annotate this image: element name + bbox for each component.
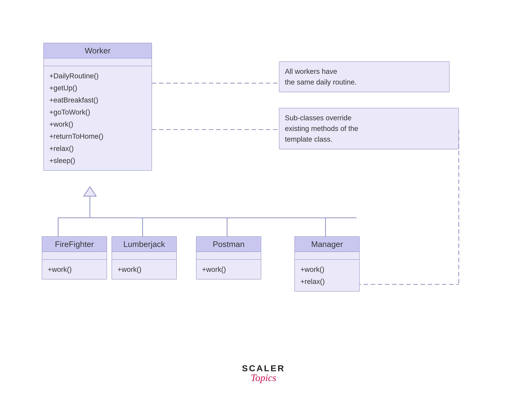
- scaler-logo: SCALER Topics: [242, 363, 285, 383]
- postman-empty-section: [196, 252, 261, 260]
- worker-method-3: +eatBreakfast(): [49, 94, 146, 106]
- worker-method-8: +sleep(): [49, 155, 146, 167]
- diagram-container: Worker +DailyRoutine() +getUp() +eatBrea…: [31, 24, 496, 396]
- note1-box: All workers havethe same daily routine.: [279, 62, 450, 92]
- manager-method-1: +work(): [300, 263, 354, 275]
- firefighter-empty-section: [42, 252, 107, 260]
- scaler-logo-top: SCALER: [242, 363, 285, 373]
- lumberjack-method-1: +work(): [118, 263, 171, 275]
- firefighter-class: FireFighter +work(): [42, 236, 107, 279]
- worker-method-5: +work(): [49, 118, 146, 130]
- firefighter-class-name: FireFighter: [55, 240, 94, 249]
- postman-methods: +work(): [196, 260, 261, 279]
- worker-method-7: +relax(): [49, 142, 146, 155]
- lumberjack-class-name: Lumberjack: [123, 240, 165, 249]
- worker-empty-section: [44, 58, 152, 66]
- manager-methods: +work() +relax(): [295, 260, 359, 291]
- worker-method-1: +DailyRoutine(): [49, 70, 146, 82]
- postman-method-1: +work(): [202, 263, 255, 275]
- note2-text: Sub-classes overrideexisting methods of …: [285, 114, 358, 143]
- worker-method-2: +getUp(): [49, 82, 146, 94]
- scaler-logo-bottom: Topics: [242, 372, 285, 383]
- lumberjack-methods: +work(): [112, 260, 176, 279]
- worker-methods: +DailyRoutine() +getUp() +eatBreakfast()…: [44, 66, 152, 170]
- note2-box: Sub-classes overrideexisting methods of …: [279, 108, 459, 149]
- lumberjack-class-header: Lumberjack: [112, 237, 176, 252]
- note1-text: All workers havethe same daily routine.: [285, 67, 357, 86]
- worker-class-header: Worker: [44, 43, 152, 58]
- manager-class-name: Manager: [311, 240, 343, 249]
- firefighter-class-header: FireFighter: [42, 237, 107, 252]
- postman-class-name: Postman: [213, 240, 244, 249]
- postman-class-header: Postman: [196, 237, 261, 252]
- firefighter-method-1: +work(): [48, 263, 101, 275]
- lumberjack-class: Lumberjack +work(): [112, 236, 177, 279]
- firefighter-methods: +work(): [42, 260, 107, 279]
- manager-empty-section: [295, 252, 359, 260]
- worker-method-6: +returnToHome(): [49, 130, 146, 142]
- lumberjack-empty-section: [112, 252, 176, 260]
- worker-class: Worker +DailyRoutine() +getUp() +eatBrea…: [44, 43, 152, 171]
- postman-class: Postman +work(): [196, 236, 261, 279]
- svg-marker-3: [84, 187, 96, 196]
- manager-method-2: +relax(): [300, 275, 354, 287]
- worker-method-4: +goToWork(): [49, 106, 146, 118]
- manager-class-header: Manager: [295, 237, 359, 252]
- manager-class: Manager +work() +relax(): [295, 236, 360, 292]
- worker-class-name: Worker: [85, 46, 111, 55]
